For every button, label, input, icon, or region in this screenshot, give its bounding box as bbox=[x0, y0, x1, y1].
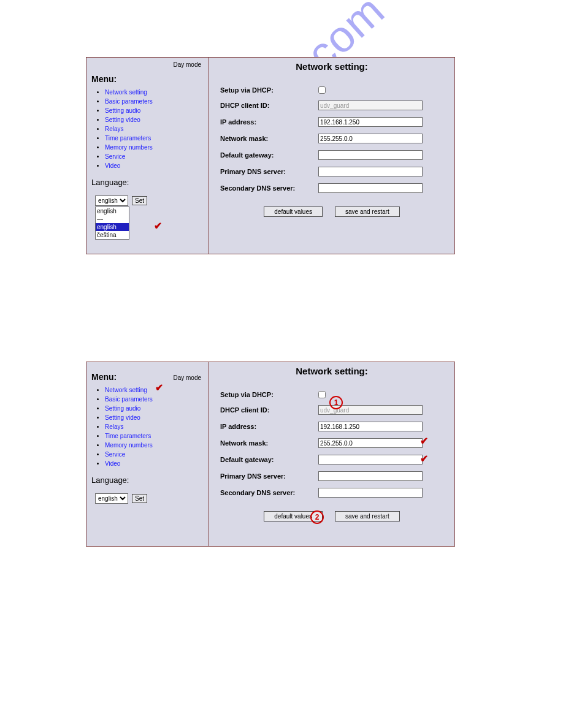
label-dns1: Primary DNS server: bbox=[215, 168, 318, 175]
secondary-dns-input[interactable] bbox=[318, 183, 423, 193]
menu-item-service[interactable]: Service bbox=[105, 451, 125, 458]
menu-item-memory-numbers[interactable]: Memory numbers bbox=[105, 144, 153, 151]
label-dns1: Primary DNS server: bbox=[215, 472, 318, 480]
primary-dns-input[interactable] bbox=[318, 167, 423, 176]
menu-item-relays[interactable]: Relays bbox=[105, 423, 124, 430]
menu-list: Network setting Basic parameters Setting… bbox=[91, 88, 204, 170]
page-title: Network setting: bbox=[215, 366, 448, 376]
language-option[interactable]: --- bbox=[96, 215, 129, 223]
default-values-button[interactable]: default values bbox=[264, 511, 323, 521]
day-mode-label: Day mode bbox=[173, 374, 204, 381]
menu-item-service[interactable]: Service bbox=[105, 153, 125, 160]
menu-item-setting-audio[interactable]: Setting audio bbox=[105, 405, 140, 412]
menu-item-setting-video[interactable]: Setting video bbox=[105, 414, 140, 421]
network-mask-input[interactable] bbox=[318, 438, 423, 448]
label-dhcp-client: DHCP client ID: bbox=[215, 102, 318, 109]
sidebar: Day mode Menu: Network setting Basic par… bbox=[86, 58, 209, 254]
dhcp-checkbox[interactable] bbox=[318, 86, 326, 94]
language-option[interactable]: english bbox=[96, 207, 129, 215]
page-title: Network setting: bbox=[215, 61, 448, 72]
language-dropdown-open[interactable]: english --- english čeština bbox=[95, 207, 129, 240]
dhcp-checkbox[interactable] bbox=[318, 391, 326, 398]
menu-item-network-setting[interactable]: Network setting bbox=[105, 387, 147, 393]
menu-item-video[interactable]: Video bbox=[105, 162, 120, 169]
menu-item-setting-audio[interactable]: Setting audio bbox=[105, 107, 140, 114]
checkmark-annotation-icon: ✔ bbox=[154, 220, 162, 232]
menu-item-basic-parameters[interactable]: Basic parameters bbox=[105, 98, 153, 105]
main-content: Network setting: Setup via DHCP: DHCP cl… bbox=[209, 362, 454, 546]
menu-heading: Menu: bbox=[91, 372, 117, 382]
menu-list: Network setting Basic parameters Setting… bbox=[91, 385, 204, 468]
primary-dns-input[interactable] bbox=[318, 471, 423, 481]
set-language-button[interactable]: Set bbox=[132, 494, 147, 503]
language-option[interactable]: čeština bbox=[96, 231, 129, 239]
menu-item-memory-numbers[interactable]: Memory numbers bbox=[105, 442, 153, 449]
menu-item-time-parameters[interactable]: Time parameters bbox=[105, 135, 151, 142]
label-ip: IP address: bbox=[215, 423, 318, 430]
dhcp-client-id-input[interactable] bbox=[318, 100, 423, 110]
default-gateway-input[interactable] bbox=[318, 455, 423, 464]
set-language-button[interactable]: Set bbox=[132, 196, 147, 205]
ip-address-input[interactable] bbox=[318, 117, 423, 127]
label-gateway: Default gateway: bbox=[215, 456, 318, 463]
label-dhcp-client: DHCP client ID: bbox=[215, 406, 318, 414]
menu-item-network-setting[interactable]: Network setting bbox=[105, 89, 147, 96]
label-dhcp: Setup via DHCP: bbox=[215, 86, 318, 94]
menu-item-basic-parameters[interactable]: Basic parameters bbox=[105, 396, 153, 403]
settings-panel-1: Day mode Menu: Network setting Basic par… bbox=[86, 57, 455, 254]
label-mask: Network mask: bbox=[215, 439, 318, 447]
sidebar: Menu: Day mode Network setting Basic par… bbox=[86, 362, 209, 546]
label-mask: Network mask: bbox=[215, 135, 318, 142]
menu-item-video[interactable]: Video bbox=[105, 460, 120, 467]
menu-item-setting-video[interactable]: Setting video bbox=[105, 116, 140, 123]
default-values-button[interactable]: default values bbox=[264, 207, 323, 217]
language-heading: Language: bbox=[91, 178, 204, 187]
language-option-selected[interactable]: english bbox=[96, 223, 129, 231]
label-ip: IP address: bbox=[215, 118, 318, 126]
save-and-restart-button[interactable]: save and restart bbox=[335, 207, 400, 217]
menu-item-relays[interactable]: Relays bbox=[105, 126, 124, 132]
day-mode-label: Day mode bbox=[91, 61, 204, 68]
dhcp-client-id-input[interactable] bbox=[318, 405, 423, 415]
ip-address-input[interactable] bbox=[318, 422, 423, 431]
secondary-dns-input[interactable] bbox=[318, 488, 423, 498]
network-mask-input[interactable] bbox=[318, 134, 423, 143]
default-gateway-input[interactable] bbox=[318, 150, 423, 160]
settings-panel-2: Menu: Day mode Network setting Basic par… bbox=[86, 362, 455, 547]
save-and-restart-button[interactable]: save and restart bbox=[335, 511, 400, 521]
label-dhcp: Setup via DHCP: bbox=[215, 391, 318, 398]
main-content: Network setting: Setup via DHCP: DHCP cl… bbox=[209, 58, 454, 254]
language-select[interactable]: english bbox=[95, 493, 128, 504]
label-gateway: Default gateway: bbox=[215, 151, 318, 159]
menu-heading: Menu: bbox=[91, 74, 204, 84]
language-heading: Language: bbox=[91, 476, 204, 485]
label-dns2: Secondary DNS server: bbox=[215, 184, 318, 192]
menu-item-time-parameters[interactable]: Time parameters bbox=[105, 433, 151, 439]
label-dns2: Secondary DNS server: bbox=[215, 489, 318, 496]
language-select[interactable]: english bbox=[95, 195, 128, 206]
